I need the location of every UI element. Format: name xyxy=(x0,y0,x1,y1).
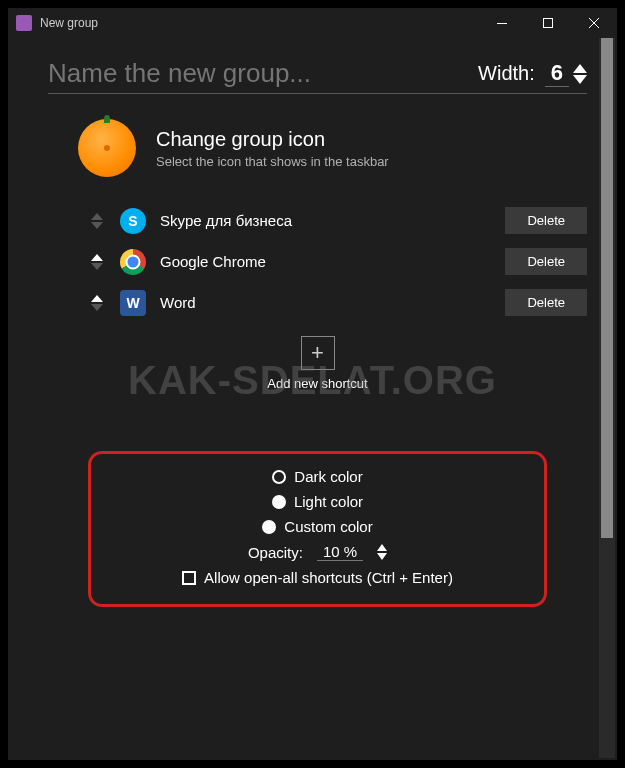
maximize-button[interactable] xyxy=(525,8,571,38)
color-radio[interactable] xyxy=(272,470,286,484)
color-radio-label: Dark color xyxy=(294,468,362,485)
app-icon xyxy=(16,15,32,31)
allow-openall-label: Allow open-all shortcuts (Ctrl + Enter) xyxy=(204,569,453,586)
opacity-up-icon[interactable] xyxy=(377,544,387,551)
color-radio-label: Custom color xyxy=(284,518,372,535)
move-up-icon[interactable] xyxy=(91,254,103,261)
allow-openall-checkbox[interactable] xyxy=(182,571,196,585)
titlebar: New group xyxy=(8,8,617,38)
width-label: Width: xyxy=(478,62,535,85)
shortcut-row: WWordDelete xyxy=(88,289,587,316)
group-name-input[interactable] xyxy=(48,58,478,89)
width-down-icon[interactable] xyxy=(573,75,587,84)
color-settings-panel: Dark colorLight colorCustom color Opacit… xyxy=(88,451,547,607)
svg-rect-0 xyxy=(497,23,507,24)
width-value[interactable]: 6 xyxy=(545,60,569,87)
change-icon-subtitle: Select the icon that shows in the taskba… xyxy=(156,154,389,169)
minimize-button[interactable] xyxy=(479,8,525,38)
delete-button[interactable]: Delete xyxy=(505,207,587,234)
move-down-icon[interactable] xyxy=(91,222,103,229)
color-radio-label: Light color xyxy=(294,493,363,510)
word-icon: W xyxy=(120,290,146,316)
svg-rect-1 xyxy=(544,19,553,28)
shortcut-row: SSkypе для бизнесаDelete xyxy=(88,207,587,234)
change-icon-title: Change group icon xyxy=(156,128,389,151)
add-shortcut-label: Add new shortcut xyxy=(48,376,587,391)
change-icon-section[interactable]: Change group icon Select the icon that s… xyxy=(78,119,587,177)
move-up-icon[interactable] xyxy=(91,295,103,302)
window-title: New group xyxy=(40,16,479,30)
delete-button[interactable]: Delete xyxy=(505,248,587,275)
opacity-label: Opacity: xyxy=(248,544,303,561)
orange-icon xyxy=(78,119,136,177)
app-name-label: Skypе для бизнеса xyxy=(160,212,491,229)
opacity-value[interactable]: 10 % xyxy=(317,543,363,561)
close-button[interactable] xyxy=(571,8,617,38)
delete-button[interactable]: Delete xyxy=(505,289,587,316)
color-radio[interactable] xyxy=(262,520,276,534)
width-up-icon[interactable] xyxy=(573,64,587,73)
move-down-icon[interactable] xyxy=(91,263,103,270)
color-radio[interactable] xyxy=(272,495,286,509)
chrome-icon xyxy=(120,249,146,275)
shortcut-row: Google ChromeDelete xyxy=(88,248,587,275)
opacity-down-icon[interactable] xyxy=(377,553,387,560)
skype-icon: S xyxy=(120,208,146,234)
move-down-icon[interactable] xyxy=(91,304,103,311)
add-shortcut-button[interactable]: + xyxy=(301,336,335,370)
app-name-label: Word xyxy=(160,294,491,311)
move-up-icon[interactable] xyxy=(91,213,103,220)
app-name-label: Google Chrome xyxy=(160,253,491,270)
